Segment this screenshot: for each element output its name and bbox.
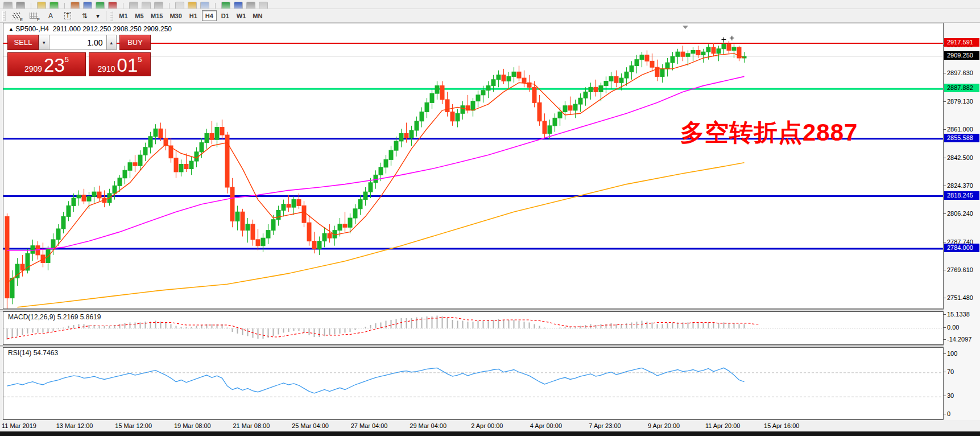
toolbar-icon-stub[interactable] <box>188 2 197 9</box>
sell-price-big: 23 <box>44 57 65 74</box>
toolbar-icon-stub[interactable] <box>37 2 46 9</box>
buy-price-sup: 5 <box>138 55 142 64</box>
timeframe-button-w1[interactable]: W1 <box>234 10 249 21</box>
macd-panel[interactable]: MACD(12,26,9) 5.2169 5.8619 <box>3 311 944 345</box>
time-axis-label: 13 Mar 12:00 <box>48 422 102 429</box>
toolbar-icon-stub[interactable] <box>221 2 230 9</box>
price-tick: 15.1338 <box>944 311 970 318</box>
price-axis[interactable]: 2915.7602897.6302879.1302861.0002842.500… <box>944 23 980 420</box>
toolbar-icon-stub[interactable] <box>108 2 117 9</box>
volume-input[interactable] <box>49 35 106 50</box>
price-badge: 2887.882 <box>944 84 979 92</box>
macd-chart-canvas[interactable] <box>3 312 943 344</box>
text-label-button[interactable]: A <box>43 10 59 22</box>
price-tick: 2861.000 <box>944 126 973 133</box>
price-tick: 0 <box>944 410 950 417</box>
rsi-panel[interactable]: RSI(14) 54.7463 <box>3 347 944 419</box>
close-value: 2909.250 <box>143 25 172 33</box>
toolbar-separator <box>169 3 169 9</box>
timeframe-button-mn[interactable]: MN <box>250 10 265 21</box>
time-axis-label: 29 Mar 04:00 <box>401 422 455 429</box>
price-tick: 2806.240 <box>944 210 973 217</box>
tool-sub-label: E <box>20 17 23 22</box>
arrow-styles-button[interactable]: ⇅ <box>77 10 93 22</box>
timeframe-button-h4[interactable]: H4 <box>202 10 217 21</box>
toolbar-separator <box>123 3 123 9</box>
toolbar-icon-stub[interactable] <box>234 2 243 9</box>
time-axis-label: 2 Apr 00:00 <box>460 422 514 429</box>
timeframe-button-m30[interactable]: M30 <box>167 10 184 21</box>
arrow-styles-dropdown[interactable]: ▾ <box>94 10 102 22</box>
text-box-button[interactable]: T <box>60 10 76 22</box>
volume-increase-button[interactable]: ▴ <box>106 35 117 50</box>
toolbar-icon-stub[interactable] <box>154 2 163 9</box>
collapse-triangle-icon[interactable]: ▲ <box>9 26 14 32</box>
time-axis-label: 9 Apr 20:00 <box>637 422 691 429</box>
price-tick: 30 <box>944 392 954 399</box>
price-tick: 2842.500 <box>944 154 973 161</box>
rsi-label: RSI(14) 54.7463 <box>8 349 58 357</box>
timeframe-button-d1[interactable]: D1 <box>218 10 233 21</box>
toolbar-icon-stub[interactable] <box>49 2 59 9</box>
chevron-down-icon: ▾ <box>96 12 100 20</box>
sell-price-display[interactable]: 2909235 <box>7 52 86 76</box>
price-badge: 2909.250 <box>944 51 979 60</box>
toolbar-icon-stub[interactable] <box>129 2 138 9</box>
toolbar-icon-stub[interactable] <box>175 2 184 9</box>
clipped-toolbar-row <box>0 0 980 9</box>
price-badge: 2855.588 <box>944 134 979 142</box>
sell-button[interactable]: SELL <box>7 35 39 50</box>
toolbar-icon-stub[interactable] <box>3 2 13 9</box>
timeframe-button-m15[interactable]: M15 <box>148 10 166 21</box>
timeframe-button-m5[interactable]: M5 <box>132 10 147 21</box>
buy-price-display[interactable]: 2910015 <box>89 52 151 76</box>
symbol-period-label: SP500-,H4 <box>15 25 49 33</box>
high-value: 2912.250 <box>82 25 111 33</box>
toolbar-separator <box>106 11 106 21</box>
price-badge: 2784.000 <box>944 244 979 252</box>
time-axis-label: 27 Mar 04:00 <box>342 422 396 429</box>
timeframe-button-m1[interactable]: M1 <box>116 10 131 21</box>
price-tick: 2769.610 <box>944 266 973 273</box>
arrows-icon: ⇅ <box>82 12 88 20</box>
time-axis-label: 15 Mar 12:00 <box>106 422 160 429</box>
buy-price-big: 01 <box>117 57 138 74</box>
toolbar-icon-stub[interactable] <box>83 2 92 9</box>
time-axis[interactable]: 11 Mar 201913 Mar 12:0015 Mar 12:0019 Ma… <box>0 420 980 431</box>
price-badge: 2818.245 <box>944 191 979 200</box>
toolbar-icon-stub[interactable] <box>246 2 255 9</box>
text-t-icon: T <box>64 12 71 19</box>
chart-shift-marker[interactable] <box>683 26 688 29</box>
sell-price-sup: 5 <box>65 55 69 64</box>
toolbar-icon-stub[interactable] <box>142 2 151 9</box>
toolbar-separator <box>31 3 31 9</box>
price-badge: 2917.591 <box>944 38 979 47</box>
volume-decrease-button[interactable]: ▾ <box>39 35 49 50</box>
price-tick: 70 <box>944 368 954 375</box>
sell-price-prefix: 2909 <box>24 64 42 74</box>
text-a-icon: A <box>48 12 53 20</box>
time-axis-label: 21 Mar 08:00 <box>224 422 278 429</box>
toolbar-icon-stub[interactable] <box>200 2 209 9</box>
time-axis-label: 7 Apr 23:00 <box>578 422 632 429</box>
buy-button[interactable]: BUY <box>119 35 151 50</box>
time-axis-label: 11 Apr 20:00 <box>696 422 750 429</box>
toolbar-icon-stub[interactable] <box>96 2 105 9</box>
price-tick: -14.2097 <box>944 336 971 343</box>
toolbar-icon-stub[interactable] <box>16 2 25 9</box>
main-toolbar: E F A T ⇅ ▾ M1M5M15M30H1H4D1W1MN <box>0 9 980 23</box>
caret-up-icon: ▴ <box>110 40 113 46</box>
rsi-chart-canvas[interactable] <box>3 348 943 419</box>
toolbar-icon-stub[interactable] <box>71 2 80 9</box>
toolbar-drag-handle[interactable] <box>2 11 6 21</box>
bottom-scroll-bar[interactable] <box>0 431 980 436</box>
main-chart[interactable]: ▲ SP500-,H4 2911.000 2912.250 2908.250 2… <box>3 23 944 309</box>
time-axis-label: 15 Apr 16:00 <box>755 422 809 429</box>
timeframe-button-h1[interactable]: H1 <box>186 10 201 21</box>
indicator-lines-button[interactable]: E <box>9 10 24 22</box>
toolbar-separator <box>64 3 65 9</box>
toolbar-drag-handle[interactable] <box>110 11 113 21</box>
time-axis-label: 19 Mar 08:00 <box>166 422 220 429</box>
indicator-grid-button[interactable]: F <box>26 10 42 22</box>
toolbar-icon-stub[interactable] <box>259 2 268 9</box>
